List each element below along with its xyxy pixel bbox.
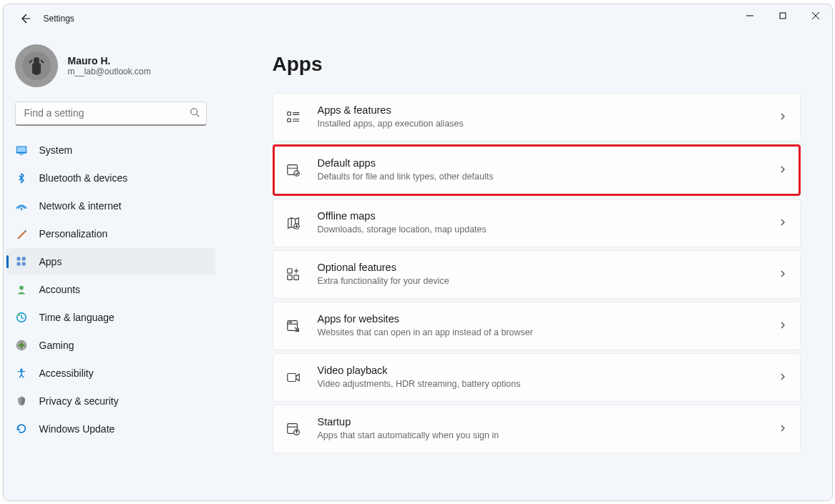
card-text: Apps for websites Websites that can open… bbox=[318, 312, 778, 338]
search-input[interactable] bbox=[15, 102, 207, 126]
card-apps-websites[interactable]: Apps for websites Websites that can open… bbox=[273, 302, 801, 350]
nav-label: Accounts bbox=[39, 284, 81, 295]
app-title: Settings bbox=[44, 14, 74, 24]
svg-rect-1 bbox=[780, 13, 786, 19]
nav-label: Privacy & security bbox=[39, 395, 119, 407]
sidebar-item-network[interactable]: Network & internet bbox=[6, 192, 215, 219]
network-icon bbox=[15, 199, 28, 212]
sidebar-item-accounts[interactable]: Accounts bbox=[6, 276, 215, 303]
sidebar-item-personalization[interactable]: Personalization bbox=[6, 220, 215, 247]
svg-rect-34 bbox=[287, 268, 291, 272]
svg-rect-10 bbox=[19, 154, 23, 154]
card-subtitle: Apps that start automatically when you s… bbox=[318, 430, 778, 441]
user-email: m__lab@outlook.com bbox=[68, 66, 151, 76]
card-text: Optional features Extra functionality fo… bbox=[318, 261, 778, 287]
card-title: Apps for websites bbox=[318, 312, 778, 326]
svg-rect-35 bbox=[287, 275, 291, 279]
svg-rect-43 bbox=[287, 373, 296, 381]
maximize-button[interactable] bbox=[766, 4, 799, 27]
nav-label: Accessibility bbox=[39, 367, 94, 379]
titlebar: Settings bbox=[4, 4, 832, 33]
apps-websites-icon bbox=[285, 317, 302, 335]
window-controls bbox=[733, 4, 832, 27]
search-icon bbox=[190, 107, 200, 120]
card-optional-features[interactable]: Optional features Extra functionality fo… bbox=[273, 250, 801, 299]
card-text: Offline maps Downloads, storage location… bbox=[318, 209, 778, 235]
card-text: Startup Apps that start automatically wh… bbox=[318, 415, 778, 441]
profile-text: Mauro H. m__lab@outlook.com bbox=[68, 55, 151, 76]
nav: System Bluetooth & devices Network & int… bbox=[4, 137, 218, 443]
startup-icon bbox=[285, 420, 302, 438]
close-button[interactable] bbox=[799, 4, 832, 27]
svg-rect-36 bbox=[293, 275, 298, 279]
sidebar-item-bluetooth[interactable]: Bluetooth & devices bbox=[6, 164, 215, 192]
card-startup[interactable]: Startup Apps that start automatically wh… bbox=[273, 405, 801, 453]
svg-point-16 bbox=[19, 285, 24, 290]
card-subtitle: Extra functionality for your device bbox=[318, 275, 778, 287]
svg-point-41 bbox=[288, 322, 289, 322]
card-text: Video playback Video adjustments, HDR st… bbox=[318, 364, 778, 390]
chevron-right-icon bbox=[778, 320, 787, 332]
content-area: Mauro H. m__lab@outlook.com System Bluet… bbox=[4, 33, 832, 500]
nav-label: Apps bbox=[39, 256, 62, 267]
personalization-icon bbox=[15, 227, 28, 240]
nav-label: Windows Update bbox=[39, 423, 115, 435]
sidebar-item-privacy[interactable]: Privacy & security bbox=[6, 387, 215, 415]
settings-window: Settings Mauro H. m__lab@outlook.com bbox=[3, 4, 833, 501]
minimize-button[interactable] bbox=[733, 4, 766, 27]
sidebar-item-apps[interactable]: Apps bbox=[6, 248, 215, 275]
system-icon bbox=[15, 144, 28, 157]
card-subtitle: Video adjustments, HDR streaming, batter… bbox=[318, 378, 778, 390]
privacy-icon bbox=[15, 395, 28, 407]
card-default-apps[interactable]: Default apps Defaults for file and link … bbox=[273, 144, 801, 196]
svg-rect-12 bbox=[16, 257, 20, 260]
back-button[interactable] bbox=[9, 4, 41, 33]
sidebar-item-accessibility[interactable]: Accessibility bbox=[6, 360, 215, 387]
update-icon bbox=[15, 423, 28, 435]
svg-rect-14 bbox=[16, 262, 20, 265]
sidebar-item-time[interactable]: Time & language bbox=[6, 304, 215, 331]
card-video-playback[interactable]: Video playback Video adjustments, HDR st… bbox=[273, 353, 801, 402]
svg-point-42 bbox=[290, 322, 291, 322]
sidebar-item-update[interactable]: Windows Update bbox=[6, 415, 215, 443]
video-playback-icon bbox=[285, 369, 302, 386]
card-title: Offline maps bbox=[318, 209, 778, 223]
sidebar: Mauro H. m__lab@outlook.com System Bluet… bbox=[4, 33, 218, 500]
chevron-right-icon bbox=[778, 164, 787, 177]
apps-icon bbox=[15, 255, 28, 268]
svg-point-18 bbox=[17, 313, 20, 316]
sidebar-item-gaming[interactable]: Gaming bbox=[6, 332, 215, 359]
accessibility-icon bbox=[15, 367, 28, 380]
card-offline-maps[interactable]: Offline maps Downloads, storage location… bbox=[273, 199, 801, 247]
svg-rect-25 bbox=[287, 118, 290, 122]
card-title: Video playback bbox=[318, 364, 778, 377]
svg-rect-22 bbox=[287, 112, 290, 115]
offline-maps-icon bbox=[285, 214, 302, 232]
time-icon bbox=[15, 311, 28, 324]
card-title: Apps & features bbox=[318, 104, 778, 117]
nav-label: Time & language bbox=[39, 312, 114, 323]
sidebar-item-system[interactable]: System bbox=[6, 137, 215, 164]
card-title: Startup bbox=[318, 415, 778, 429]
profile[interactable]: Mauro H. m__lab@outlook.com bbox=[4, 39, 218, 99]
card-apps-features[interactable]: Apps & features Installed apps, app exec… bbox=[273, 93, 801, 142]
card-title: Optional features bbox=[318, 261, 778, 275]
svg-rect-15 bbox=[21, 262, 25, 265]
card-text: Apps & features Installed apps, app exec… bbox=[318, 104, 778, 129]
card-subtitle: Downloads, storage location, map updates bbox=[318, 224, 778, 235]
card-title: Default apps bbox=[318, 157, 778, 170]
svg-point-21 bbox=[20, 368, 22, 370]
card-subtitle: Installed apps, app execution aliases bbox=[318, 118, 778, 129]
nav-label: System bbox=[39, 144, 73, 156]
chevron-right-icon bbox=[778, 371, 787, 384]
search-container bbox=[4, 99, 218, 136]
main-panel: Apps Apps & features Installed apps, app… bbox=[218, 33, 832, 500]
nav-label: Network & internet bbox=[39, 200, 122, 212]
avatar bbox=[15, 44, 58, 87]
bluetooth-icon bbox=[15, 172, 28, 184]
chevron-right-icon bbox=[778, 423, 787, 435]
default-apps-icon bbox=[285, 162, 302, 179]
accounts-icon bbox=[15, 283, 28, 296]
chevron-right-icon bbox=[778, 268, 787, 281]
svg-point-11 bbox=[20, 208, 22, 210]
